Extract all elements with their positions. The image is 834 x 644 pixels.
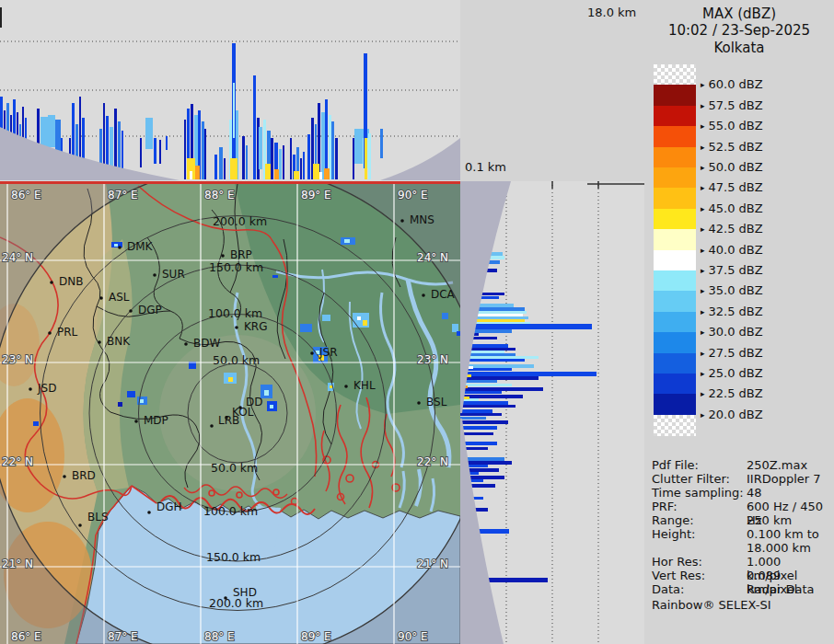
legend-swatch xyxy=(654,394,696,415)
longitude-label-bottom: 88° E xyxy=(204,630,235,643)
echo-core xyxy=(228,377,233,382)
echo-bar xyxy=(380,129,383,158)
city-label: BRD xyxy=(72,469,96,482)
metadata-label: Clutter Filter: xyxy=(652,472,730,486)
echo-bar xyxy=(290,138,292,179)
city-marker-dot xyxy=(50,281,53,284)
echo-bar xyxy=(122,131,123,171)
legend-swatch xyxy=(654,312,696,333)
echo-bar xyxy=(283,145,284,179)
legend-tick-label: ▸32.5 dBZ xyxy=(701,305,763,318)
city-marker-dot xyxy=(98,340,101,344)
echo-core xyxy=(264,390,269,396)
legend-tick-label: ▸47.5 dBZ xyxy=(701,180,763,194)
city-marker-dot xyxy=(129,309,133,313)
legend-tick-arrow-icon: ▸ xyxy=(701,101,705,110)
echo-bar xyxy=(325,99,328,179)
legend-swatch xyxy=(654,106,696,127)
echo-bar xyxy=(460,384,512,386)
range-ring-label: 100.0 km xyxy=(203,504,258,518)
range-ring-label: 200.0 km xyxy=(213,214,267,228)
city-label: DNB xyxy=(59,275,83,288)
city-label: SUR xyxy=(162,268,185,281)
echo-bar xyxy=(460,413,502,416)
echo-bar xyxy=(55,120,61,155)
echo-bar xyxy=(224,158,226,179)
metadata-row: Pdf File:250Z.max xyxy=(652,458,834,472)
top-height-profile-panel xyxy=(0,0,460,181)
metadata-value: Radar Data xyxy=(747,582,814,596)
metadata-label: Vert Res: xyxy=(652,569,705,582)
echo-bar xyxy=(307,134,310,179)
city-label: DGH xyxy=(156,500,182,513)
echo-bar xyxy=(460,420,508,424)
latitude-label-right: 22° N xyxy=(417,455,448,468)
city-label: SHD xyxy=(233,586,257,599)
metadata-row: Range:250 km xyxy=(652,513,834,527)
echo-bar xyxy=(140,138,142,167)
city-label: DMK xyxy=(127,240,154,253)
legend-tick-arrow-icon: ▸ xyxy=(701,246,705,255)
city-marker-dot xyxy=(134,420,138,423)
info-sidebar: MAX (dBZ) 10:02 / 23-Sep-2025 Kolkata ▸6… xyxy=(644,0,834,644)
city-label: JSD xyxy=(37,382,56,395)
legend-tick-label: ▸30.0 dBZ xyxy=(701,325,763,339)
legend-tick-arrow-icon: ▸ xyxy=(701,328,705,337)
city-marker-dot xyxy=(48,331,52,335)
title-block: MAX (dBZ) 10:02 / 23-Sep-2025 Kolkata xyxy=(644,6,834,56)
longitude-label-bottom: 89° E xyxy=(301,630,331,643)
city-label: KRG xyxy=(244,320,268,333)
city-marker-dot xyxy=(147,511,151,514)
legend-tick-arrow-icon: ▸ xyxy=(701,349,705,358)
legend-tick-arrow-icon: ▸ xyxy=(701,266,705,275)
legend-tick-label: ▸25.0 dBZ xyxy=(701,366,763,380)
city-marker-dot xyxy=(184,342,188,346)
city-marker-dot xyxy=(210,424,214,428)
city-marker-dot xyxy=(29,387,32,391)
echo-cell xyxy=(272,275,278,278)
latitude-label-left: 24° N xyxy=(2,251,33,264)
metadata-label: Pdf File: xyxy=(652,458,699,472)
city-label: BLS xyxy=(87,511,109,523)
product-datetime: 10:02 / 23-Sep-2025 xyxy=(644,22,834,39)
height-axis-min-label: 0.1 km xyxy=(465,160,506,174)
city-label: BNK xyxy=(107,335,131,348)
legend-swatch xyxy=(654,126,696,147)
city-marker-dot xyxy=(224,596,227,600)
city-marker-dot xyxy=(153,273,156,277)
legend-tick-label: ▸42.5 dBZ xyxy=(701,222,763,236)
echo-bar xyxy=(460,432,493,435)
echo-bar xyxy=(184,120,186,179)
radar-map-panel[interactable]: 86° E86° E87° E87° E88° E88° E89° E89° E… xyxy=(0,184,460,644)
legend-tick-label: ▸55.0 dBZ xyxy=(701,119,763,132)
echo-bar-core xyxy=(274,169,279,179)
echo-cell xyxy=(452,324,458,332)
legend-tick-arrow-icon: ▸ xyxy=(701,307,705,316)
echo-bar xyxy=(460,376,539,380)
longitude-label-bottom: 90° E xyxy=(398,630,428,643)
product-title: MAX (dBZ) xyxy=(644,6,834,22)
echo-bar xyxy=(368,133,371,179)
echo-bar xyxy=(246,145,248,179)
echo-bar xyxy=(253,75,256,179)
city-label: ASL xyxy=(109,291,130,304)
legend-swatch xyxy=(654,229,696,250)
legend-tick-label: ▸20.0 dBZ xyxy=(701,408,763,421)
software-brand: Rainbow® SELEX-SI xyxy=(652,598,771,612)
city-marker-dot xyxy=(221,254,225,258)
echo-bar xyxy=(460,391,502,394)
legend-tick-label: ▸35.0 dBZ xyxy=(701,283,763,297)
echo-bar xyxy=(303,152,305,179)
legend-tick-arrow-icon: ▸ xyxy=(701,410,705,420)
metadata-row: Data:Radar Data xyxy=(652,582,834,596)
longitude-label-top: 86° E xyxy=(11,189,41,201)
metadata-row: Clutter Filter:IIRDoppler 7 xyxy=(652,472,834,486)
echo-cell xyxy=(300,324,312,332)
metadata-label: Height: xyxy=(652,527,695,541)
echo-bar-core xyxy=(319,172,322,179)
city-label: BSL xyxy=(426,396,447,408)
longitude-label-top: 88° E xyxy=(204,189,235,201)
longitude-label-top: 89° E xyxy=(301,189,331,201)
city-marker-dot xyxy=(422,293,425,297)
echo-bar-core xyxy=(230,158,237,179)
